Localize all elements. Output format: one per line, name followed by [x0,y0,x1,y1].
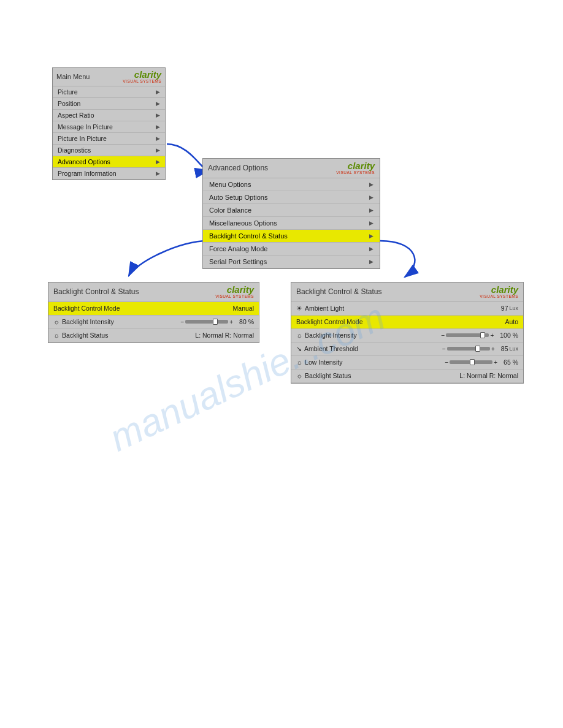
backlight-intensity-label: Backlight Intensity [62,318,178,325]
ambient-light-label: Ambient Light [305,305,497,312]
adv-menu-item-color-balance[interactable]: Color Balance ▶ [203,204,380,217]
arrow-icon: ▶ [156,135,160,142]
bulb-icon: ☼ [296,372,302,379]
arrow-icon: ▶ [369,233,373,239]
ambient-light-unit: Lux [509,305,518,311]
low-intensity-label: Low Intensity [305,358,442,366]
arrow-icon: ▶ [369,220,373,226]
menu-item-position[interactable]: Position ▶ [53,98,165,110]
arrow-icon: ▶ [156,159,160,165]
low-intensity-row[interactable]: ☼ Low Intensity − + 65 % [291,356,523,370]
backlight-intensity-value: 80 % [239,318,254,325]
adv-menu-item-force-analog[interactable]: Force Analog Mode ▶ [203,243,380,256]
ambient-threshold-value: 85 [501,345,508,352]
advanced-menu-title: Advanced Options [208,164,268,172]
sun-icon: ☀ [296,305,302,313]
slider-track[interactable] [446,333,489,337]
low-intensity-slider[interactable]: − + [445,359,497,366]
backlight-auto-header: Backlight Control & Status clarity visua… [291,282,523,302]
backlight-manual-panel: Backlight Control & Status clarity visua… [48,282,259,343]
bulb-icon: ☼ [296,358,302,366]
adv-menu-item-misc-options[interactable]: Miscellaneous Options ▶ [203,217,380,230]
adv-menu-item-menu-options[interactable]: Menu Options ▶ [203,178,380,191]
backlight-status-auto-value: L: Normal R: Normal [459,372,518,379]
slider-thumb[interactable] [475,346,480,352]
menu-item-message-in-picture[interactable]: Message In Picture ▶ [53,121,165,133]
ambient-light-row: ☀ Ambient Light 97 Lux [291,302,523,316]
backlight-status-manual-row: ☼ Backlight Status L: Normal R: Normal [48,329,259,343]
slider-track[interactable] [185,320,228,324]
arrow-icon: ▶ [369,259,373,265]
menu-item-picture[interactable]: Picture ▶ [53,86,165,98]
backlight-status-auto-label: Backlight Status [305,372,456,379]
backlight-mode-auto-row[interactable]: Backlight Control Mode Auto [291,316,523,329]
slider-track[interactable] [447,347,490,351]
backlight-intensity-auto-value: 100 % [500,332,518,339]
backlight-mode-value: Manual [233,305,254,312]
advanced-options-menu: Advanced Options clarity visual systems … [202,158,380,269]
ambient-light-value: 97 [501,305,508,312]
adv-menu-item-auto-setup[interactable]: Auto Setup Options ▶ [203,191,380,204]
slider-thumb[interactable] [480,332,485,338]
backlight-intensity-manual-row[interactable]: ☼ Backlight Intensity − + 80 % [48,316,259,329]
low-intensity-value: 65 % [504,358,518,366]
ambient-threshold-label: Ambient Threshold [304,345,440,352]
menu-item-aspect-ratio[interactable]: Aspect Ratio ▶ [53,110,165,121]
arrow-icon: ▶ [369,181,373,188]
clarity-logo-main: clarity visual systems [123,70,161,84]
arrow-icon: ▶ [156,112,160,118]
arrow-icon: ▶ [369,246,373,252]
arrow-icon: ▶ [369,207,373,213]
arrow-icon: ▶ [156,100,160,107]
main-menu: Main Menu clarity visual systems Picture… [52,67,166,180]
ambient-threshold-unit: Lux [509,346,518,352]
clarity-logo-advanced: clarity visual systems [336,161,375,175]
menu-item-advanced-options[interactable]: Advanced Options ▶ [53,156,165,168]
backlight-intensity-auto-row[interactable]: ☼ Backlight Intensity − + 100 % [291,329,523,343]
clarity-logo-auto: clarity visual systems [480,285,518,299]
backlight-mode-manual-row[interactable]: Backlight Control Mode Manual [48,302,259,316]
backlight-manual-title: Backlight Control & Status [53,287,139,296]
backlight-intensity-auto-label: Backlight Intensity [305,332,439,339]
backlight-mode-label: Backlight Control Mode [53,305,229,312]
slider-thumb[interactable] [213,319,218,325]
backlight-status-value: L: Normal R: Normal [195,332,254,339]
bulb-icon: ☼ [53,318,59,325]
backlight-manual-header: Backlight Control & Status clarity visua… [48,282,259,302]
backlight-mode-auto-value: Auto [505,318,518,325]
arrow-icon: ▶ [156,89,160,95]
adv-menu-item-backlight[interactable]: Backlight Control & Status ▶ [203,230,380,243]
backlight-status-label: Backlight Status [62,332,191,339]
ambient-threshold-row[interactable]: ↘ Ambient Threshold − + 85 Lux [291,343,523,356]
ambient-icon: ↘ [296,345,302,353]
main-menu-title: Main Menu [56,73,90,80]
arrow-icon: ▶ [156,170,160,176]
adv-menu-item-serial-port[interactable]: Serial Port Settings ▶ [203,256,380,268]
backlight-auto-panel: Backlight Control & Status clarity visua… [291,282,524,384]
arrow-icon: ▶ [369,194,373,200]
backlight-status-auto-row: ☼ Backlight Status L: Normal R: Normal [291,370,523,383]
ambient-threshold-slider[interactable]: − + [442,346,495,352]
menu-item-diagnostics[interactable]: Diagnostics ▶ [53,145,165,156]
backlight-intensity-auto-slider[interactable]: − + [442,332,494,339]
slider-thumb[interactable] [470,359,475,365]
backlight-intensity-slider[interactable]: − + [180,319,233,325]
slider-track[interactable] [450,360,492,364]
main-menu-header: Main Menu clarity visual systems [53,68,165,86]
menu-item-program-information[interactable]: Program Information ▶ [53,168,165,180]
backlight-auto-title: Backlight Control & Status [296,287,381,296]
bulb-icon: ☼ [53,332,59,339]
bulb-icon: ☼ [296,332,302,339]
advanced-menu-header: Advanced Options clarity visual systems [203,159,380,178]
backlight-mode-auto-label: Backlight Control Mode [296,318,501,325]
clarity-logo-manual: clarity visual systems [215,285,254,299]
menu-item-picture-in-picture[interactable]: Picture In Picture ▶ [53,133,165,145]
arrow-icon: ▶ [156,124,160,130]
arrow-icon: ▶ [156,147,160,153]
